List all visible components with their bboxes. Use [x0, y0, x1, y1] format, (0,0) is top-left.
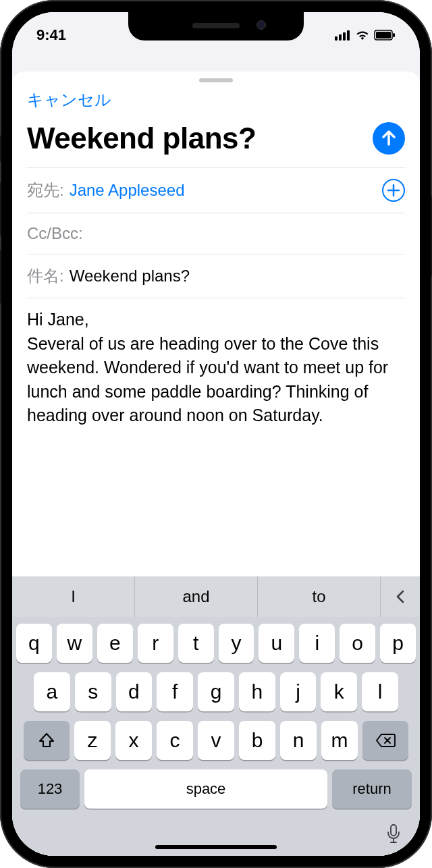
subject-label: 件名:: [27, 265, 64, 287]
plus-icon: [387, 184, 400, 197]
add-recipient-button[interactable]: [382, 179, 405, 202]
collapse-suggestions-button[interactable]: [381, 576, 420, 617]
space-key[interactable]: space: [84, 769, 327, 809]
svg-rect-6: [393, 33, 395, 37]
key-row-1: q w e r t y u i o p: [16, 624, 416, 663]
key-y[interactable]: y: [219, 624, 254, 663]
key-j[interactable]: j: [280, 672, 317, 711]
key-q[interactable]: q: [16, 624, 52, 663]
chevron-left-icon: [395, 589, 406, 605]
svg-rect-5: [376, 32, 391, 38]
key-r[interactable]: r: [138, 624, 173, 663]
to-label: 宛先:: [27, 180, 64, 201]
home-indicator[interactable]: [155, 845, 277, 849]
key-u[interactable]: u: [259, 624, 294, 663]
to-field-row[interactable]: 宛先: Jane Appleseed: [27, 167, 405, 213]
suggestion-2[interactable]: and: [135, 576, 258, 617]
subject-value[interactable]: Weekend plans?: [70, 267, 190, 286]
battery-icon: [374, 30, 396, 40]
key-i[interactable]: i: [299, 624, 335, 663]
cancel-button[interactable]: キャンセル: [27, 89, 111, 111]
svg-rect-7: [391, 825, 396, 836]
shift-icon: [38, 732, 55, 749]
svg-rect-2: [343, 32, 346, 40]
mic-icon: [386, 823, 401, 844]
suggestion-1[interactable]: I: [12, 576, 135, 617]
key-z[interactable]: z: [74, 721, 111, 760]
key-l[interactable]: l: [362, 672, 398, 711]
to-recipient[interactable]: Jane Appleseed: [70, 181, 185, 200]
return-key[interactable]: return: [332, 769, 412, 809]
key-x[interactable]: x: [115, 721, 152, 760]
svg-rect-1: [339, 34, 342, 40]
key-n[interactable]: n: [280, 721, 317, 760]
key-s[interactable]: s: [75, 672, 111, 711]
cc-bcc-label: Cc/Bcc:: [27, 224, 83, 243]
key-row-2: a s d f g h j k l: [16, 672, 416, 711]
key-g[interactable]: g: [198, 672, 234, 711]
send-button[interactable]: [373, 122, 405, 155]
key-k[interactable]: k: [321, 672, 357, 711]
numbers-key[interactable]: 123: [20, 769, 80, 809]
key-v[interactable]: v: [198, 721, 234, 760]
compose-sheet: キャンセル Weekend plans? 宛先: Jane Appleseed: [12, 72, 420, 856]
backspace-icon: [375, 733, 396, 748]
key-f[interactable]: f: [157, 672, 193, 711]
status-time: 9:41: [36, 26, 66, 44]
suggestion-3[interactable]: to: [258, 576, 381, 617]
suggestion-bar: I and to: [12, 576, 420, 617]
shift-key[interactable]: [24, 721, 70, 760]
key-m[interactable]: m: [321, 721, 358, 760]
key-row-3: z x c v b n m: [16, 721, 416, 760]
cellular-icon: [335, 30, 351, 40]
keyboard: I and to q w e r t: [12, 576, 420, 856]
key-e[interactable]: e: [97, 624, 133, 663]
wifi-icon: [355, 30, 370, 40]
key-d[interactable]: d: [116, 672, 153, 711]
status-indicators: [335, 30, 396, 40]
arrow-up-icon: [380, 130, 398, 147]
sheet-grabber[interactable]: [199, 78, 233, 82]
key-h[interactable]: h: [239, 672, 275, 711]
message-body[interactable]: Hi Jane, Several of us are heading over …: [27, 298, 405, 576]
dictation-button[interactable]: [386, 823, 401, 846]
svg-rect-0: [335, 36, 338, 40]
backspace-key[interactable]: [362, 721, 408, 760]
key-c[interactable]: c: [157, 721, 193, 760]
key-p[interactable]: p: [380, 624, 416, 663]
key-t[interactable]: t: [178, 624, 214, 663]
subject-row[interactable]: 件名: Weekend plans?: [27, 254, 405, 298]
svg-rect-3: [347, 30, 350, 40]
compose-title: Weekend plans?: [27, 121, 256, 155]
key-o[interactable]: o: [340, 624, 375, 663]
key-w[interactable]: w: [57, 624, 92, 663]
key-a[interactable]: a: [34, 672, 70, 711]
cc-bcc-row[interactable]: Cc/Bcc:: [27, 213, 405, 254]
key-b[interactable]: b: [239, 721, 275, 760]
